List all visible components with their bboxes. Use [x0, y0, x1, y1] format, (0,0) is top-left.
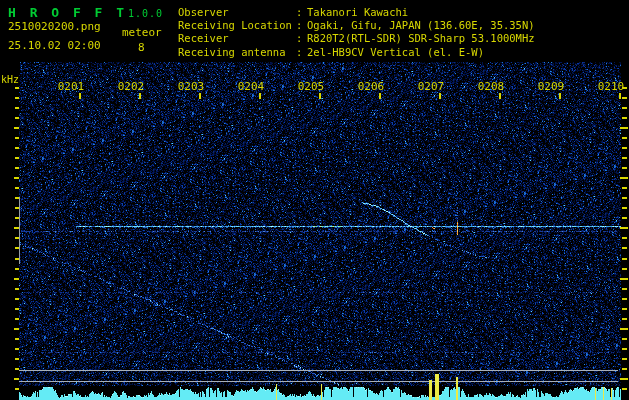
info-colon: : — [296, 32, 307, 45]
x-axis-tick-label: 0209 — [538, 80, 565, 93]
info-value: R820T2(RTL-SDR) SDR-Sharp 53.1000MHz — [307, 32, 535, 45]
hrofft-window: H R O F F T 1.0.0 2510020200.png meteor … — [0, 0, 629, 400]
x-axis-tick-label: 0207 — [418, 80, 445, 93]
info-value: 2el-HB9CV Vertical (el. E-W) — [307, 46, 484, 59]
station-info: Observer:Takanori KawachiReceiving Locat… — [178, 6, 535, 59]
x-axis-tick-label: 0206 — [358, 80, 385, 93]
timestamp: 25.10.02 02:00 — [8, 39, 101, 52]
info-colon: : — [296, 19, 307, 32]
info-colon: : — [296, 6, 307, 19]
app-title: H R O F F T — [8, 5, 127, 20]
station-info-row: Observer:Takanori Kawachi — [178, 6, 535, 19]
station-info-row: Receiving Location:Ogaki, Gifu, JAPAN (1… — [178, 19, 535, 32]
info-label: Receiving Location — [178, 19, 296, 32]
info-label: Receiver — [178, 32, 296, 45]
info-value: Takanori Kawachi — [307, 6, 408, 19]
y-axis-unit-label: kHz — [1, 74, 19, 85]
x-axis-tick-label: 0201 — [58, 80, 85, 93]
x-axis-tick-label: 0205 — [298, 80, 325, 93]
x-axis-tick-label: 0202 — [118, 80, 145, 93]
x-axis-tick-label: 0204 — [238, 80, 265, 93]
info-colon: : — [296, 46, 307, 59]
app-version: 1.0.0 — [128, 8, 163, 19]
mode-label: meteor — [122, 26, 162, 39]
echo-count: 8 — [138, 41, 145, 54]
x-axis-tick-label: 0208 — [478, 80, 505, 93]
spectrogram-canvas — [0, 0, 629, 400]
info-label: Observer — [178, 6, 296, 19]
x-axis-tick-label: 0210 — [598, 80, 625, 93]
station-info-row: Receiving antenna:2el-HB9CV Vertical (el… — [178, 46, 535, 59]
output-filename: 2510020200.png — [8, 20, 101, 33]
station-info-row: Receiver:R820T2(RTL-SDR) SDR-Sharp 53.10… — [178, 32, 535, 45]
x-axis-tick-label: 0203 — [178, 80, 205, 93]
info-value: Ogaki, Gifu, JAPAN (136.60E, 35.35N) — [307, 19, 535, 32]
info-label: Receiving antenna — [178, 46, 296, 59]
